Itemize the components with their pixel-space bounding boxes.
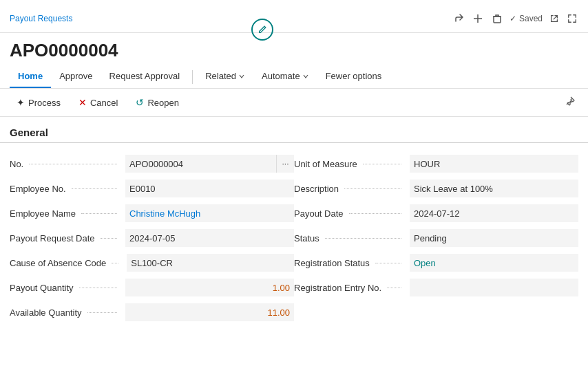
- field-cause-of-absence-value[interactable]: SL100-CR: [127, 254, 294, 272]
- field-description: Description Sick Leave at 100%: [294, 176, 578, 201]
- nav-tabs: Home Approve Request Approval Related Au…: [0, 65, 588, 89]
- field-registration-status-label-wrapper: Registration Status: [294, 258, 404, 268]
- cancel-label: Cancel: [90, 98, 118, 108]
- tab-related-label: Related: [205, 71, 236, 81]
- field-cause-of-absence: Cause of Absence Code SL100-CR: [10, 250, 294, 275]
- expand-button[interactable]: [566, 12, 578, 25]
- reopen-icon: ↺: [136, 97, 144, 108]
- field-employee-name-label: Employee Name: [10, 208, 78, 219]
- tab-fewer-options[interactable]: Fewer options: [317, 65, 390, 88]
- tab-home[interactable]: Home: [10, 65, 51, 88]
- field-registration-status-label: Registration Status: [294, 258, 372, 268]
- open-new-window-button[interactable]: [548, 12, 560, 25]
- cancel-icon: ✕: [78, 97, 87, 108]
- share-button[interactable]: [452, 12, 465, 25]
- field-status-label: Status: [294, 233, 322, 243]
- field-unit-of-measure: Unit of Measure HOUR: [294, 151, 578, 176]
- field-payout-quantity: Payout Quantity 1.00: [10, 275, 294, 300]
- field-employee-name-value[interactable]: Christine McHugh: [125, 204, 294, 222]
- action-bar: ✦ Process ✕ Cancel ↺ Reopen: [0, 89, 588, 117]
- field-available-quantity: Available Quantity 11.00: [10, 300, 294, 325]
- field-cause-of-absence-label: Cause of Absence Code: [10, 258, 109, 268]
- left-column: No. APO0000004 ··· Employee No. E0010 Em…: [10, 151, 294, 325]
- field-registration-entry-no-label: Registration Entry No.: [294, 283, 384, 293]
- field-status-value[interactable]: Pending: [410, 229, 578, 247]
- field-no-label: No.: [10, 159, 26, 169]
- fields-grid: No. APO0000004 ··· Employee No. E0010 Em…: [0, 147, 588, 329]
- tab-automate[interactable]: Automate: [253, 65, 317, 88]
- field-registration-entry-no-label-wrapper: Registration Entry No.: [294, 283, 404, 293]
- breadcrumb-section: Payout Requests: [10, 14, 72, 23]
- field-unit-of-measure-label: Unit of Measure: [294, 159, 360, 169]
- header-right: ✓ Saved: [452, 12, 578, 25]
- field-employee-no-value[interactable]: E0010: [125, 180, 294, 197]
- field-available-quantity-label-wrapper: Available Quantity: [10, 307, 120, 318]
- field-payout-date-label-wrapper: Payout Date: [294, 208, 404, 219]
- field-no-value-wrapper: APO0000004 ···: [125, 155, 294, 173]
- svg-rect-2: [494, 17, 501, 23]
- field-description-label-wrapper: Description: [294, 184, 404, 194]
- top-bar: Payout Requests ✓ Saved: [0, 0, 588, 33]
- tab-related[interactable]: Related: [197, 65, 253, 88]
- checkmark-icon: ✓: [510, 14, 516, 23]
- saved-status: ✓ Saved: [510, 14, 543, 23]
- field-status-label-wrapper: Status: [294, 233, 404, 243]
- field-payout-date-label: Payout Date: [294, 208, 346, 219]
- field-employee-name-label-wrapper: Employee Name: [10, 208, 120, 219]
- right-column: Unit of Measure HOUR Description Sick Le…: [294, 151, 578, 325]
- field-payout-quantity-label: Payout Quantity: [10, 283, 76, 293]
- field-employee-no-label: Employee No.: [10, 184, 69, 194]
- field-description-value[interactable]: Sick Leave at 100%: [410, 180, 578, 197]
- field-no: No. APO0000004 ···: [10, 151, 294, 176]
- edit-button[interactable]: [251, 19, 273, 41]
- breadcrumb[interactable]: Payout Requests: [10, 14, 72, 23]
- process-label: Process: [28, 98, 61, 108]
- field-no-value[interactable]: APO0000004: [125, 155, 276, 173]
- field-no-lookup-btn[interactable]: ···: [276, 155, 294, 173]
- field-available-quantity-value[interactable]: 11.00: [125, 303, 294, 321]
- field-payout-request-date-label: Payout Request Date: [10, 233, 98, 243]
- field-payout-request-date: Payout Request Date 2024-07-05: [10, 226, 294, 250]
- field-payout-quantity-label-wrapper: Payout Quantity: [10, 283, 120, 293]
- field-payout-date: Payout Date 2024-07-12: [294, 201, 578, 226]
- field-payout-request-date-label-wrapper: Payout Request Date: [10, 233, 120, 243]
- add-button[interactable]: [471, 12, 485, 25]
- record-title: APO0000004: [0, 33, 588, 65]
- field-cause-of-absence-label-wrapper: Cause of Absence Code: [10, 258, 121, 268]
- field-registration-entry-no-value[interactable]: [410, 279, 578, 296]
- field-no-label-wrapper: No.: [10, 159, 120, 169]
- field-payout-date-value[interactable]: 2024-07-12: [410, 204, 578, 222]
- field-registration-entry-no: Registration Entry No.: [294, 275, 578, 300]
- field-status: Status Pending: [294, 226, 578, 250]
- cancel-button[interactable]: ✕ Cancel: [72, 94, 125, 111]
- general-section-title: General: [0, 117, 588, 143]
- process-button[interactable]: ✦ Process: [10, 94, 67, 111]
- field-available-quantity-label: Available Quantity: [10, 307, 85, 318]
- delete-button[interactable]: [490, 12, 504, 25]
- tab-request-approval[interactable]: Request Approval: [101, 65, 189, 88]
- nav-separator: [192, 70, 193, 84]
- field-unit-of-measure-value[interactable]: HOUR: [410, 155, 578, 173]
- saved-label: Saved: [519, 14, 543, 23]
- field-registration-status: Registration Status Open: [294, 250, 578, 275]
- field-unit-of-measure-label-wrapper: Unit of Measure: [294, 159, 404, 169]
- field-payout-quantity-value[interactable]: 1.00: [125, 279, 294, 296]
- field-description-label: Description: [294, 184, 342, 194]
- field-employee-no-label-wrapper: Employee No.: [10, 184, 120, 194]
- tab-approve[interactable]: Approve: [51, 65, 101, 88]
- reopen-button[interactable]: ↺ Reopen: [129, 94, 186, 111]
- field-employee-name: Employee Name Christine McHugh: [10, 201, 294, 226]
- process-icon: ✦: [17, 97, 25, 108]
- field-registration-status-value[interactable]: Open: [410, 254, 578, 272]
- pin-button[interactable]: [562, 93, 578, 112]
- tab-automate-label: Automate: [262, 71, 300, 81]
- reopen-label: Reopen: [147, 98, 179, 108]
- field-payout-request-date-value[interactable]: 2024-07-05: [125, 229, 294, 247]
- field-employee-no: Employee No. E0010: [10, 176, 294, 201]
